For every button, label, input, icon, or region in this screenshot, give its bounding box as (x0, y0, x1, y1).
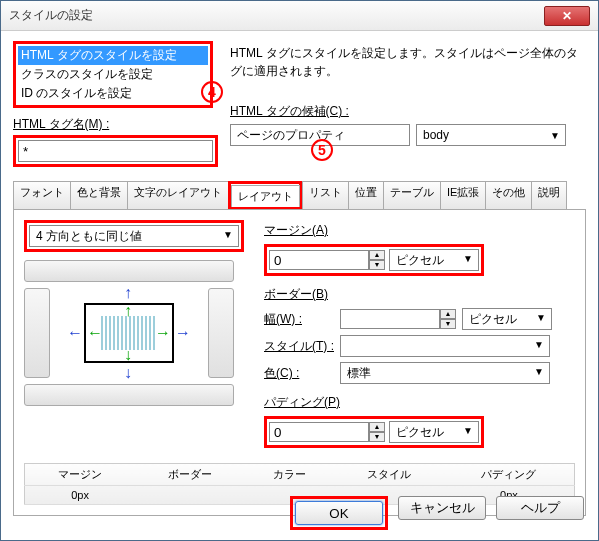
border-color-combo[interactable]: 標準 ▼ (340, 362, 550, 384)
th-padding: パディング (444, 464, 575, 486)
ok-button[interactable]: OK (295, 501, 383, 525)
dialog-window: スタイルの設定 ✕ HTML タグのスタイルを設定 クラスのスタイルを設定 ID… (0, 0, 599, 541)
padding-spin-down[interactable]: ▼ (369, 432, 385, 442)
direction-combo[interactable]: 4 方向ともに同じ値 ▼ (29, 225, 239, 247)
padding-value-input[interactable] (269, 422, 369, 442)
description-text: HTML タグにスタイルを設定します。スタイルはページ全体のタグに適用されます。 (230, 44, 586, 80)
side-button-right[interactable] (208, 288, 234, 378)
th-border: ボーダー (135, 464, 245, 486)
margin-unit: ピクセル (396, 252, 444, 269)
tab-bar: フォント 色と背景 文字のレイアウト レイアウト リスト 位置 テーブル IE拡… (13, 181, 586, 210)
cancel-button[interactable]: キャンセル (398, 496, 486, 520)
tab-desc[interactable]: 説明 (531, 181, 567, 209)
style-type-item-html[interactable]: HTML タグのスタイルを設定 (18, 46, 208, 65)
tab-position[interactable]: 位置 (348, 181, 384, 209)
chevron-down-icon: ▼ (221, 229, 235, 243)
side-button-bottom[interactable] (24, 384, 234, 406)
side-button-left[interactable] (24, 288, 50, 378)
border-color-value: 標準 (347, 365, 371, 382)
tab-font[interactable]: フォント (13, 181, 71, 209)
th-style: スタイル (334, 464, 444, 486)
side-button-top[interactable] (24, 260, 234, 282)
chevron-down-icon: ▼ (461, 253, 475, 267)
padding-spin-up[interactable]: ▲ (369, 422, 385, 432)
margin-spin-up[interactable]: ▲ (369, 250, 385, 260)
candidates-label: HTML タグの候補(C) : (230, 102, 586, 120)
padding-label: パディング(P) (264, 394, 575, 411)
style-type-item-class[interactable]: クラスのスタイルを設定 (18, 65, 208, 84)
close-button[interactable]: ✕ (544, 6, 590, 26)
border-width-unit: ピクセル (469, 311, 517, 328)
tab-color-bg[interactable]: 色と背景 (70, 181, 128, 209)
td-border (135, 486, 245, 505)
tab-layout[interactable]: レイアウト (231, 185, 300, 207)
tagname-input[interactable] (18, 140, 213, 162)
tab-table[interactable]: テーブル (383, 181, 441, 209)
td-margin: 0px (25, 486, 136, 505)
chevron-down-icon: ▼ (548, 128, 562, 142)
chevron-down-icon: ▼ (461, 425, 475, 439)
annotation-5: 5 (311, 139, 333, 161)
chevron-down-icon: ▼ (532, 339, 546, 353)
direction-value: 4 方向ともに同じ値 (36, 228, 142, 245)
style-type-list[interactable]: HTML タグのスタイルを設定 クラスのスタイルを設定 ID のスタイルを設定 (13, 41, 213, 108)
tab-other[interactable]: その他 (485, 181, 532, 209)
border-style-label: スタイル(T) : (264, 338, 334, 355)
th-margin: マージン (25, 464, 136, 486)
padding-unit: ピクセル (396, 424, 444, 441)
help-button[interactable]: ヘルプ (496, 496, 584, 520)
tab-list[interactable]: リスト (302, 181, 349, 209)
box-model-diagram: ↑ ↓ ← → ↑ ↓ ← → (69, 288, 189, 378)
margin-unit-combo[interactable]: ピクセル ▼ (389, 249, 479, 271)
padding-unit-combo[interactable]: ピクセル ▼ (389, 421, 479, 443)
tab-text-layout[interactable]: 文字のレイアウト (127, 181, 229, 209)
th-color: カラー (245, 464, 335, 486)
border-width-spin-up[interactable]: ▲ (440, 309, 456, 319)
border-color-label: 色(C) : (264, 365, 334, 382)
tagname-label: HTML タグ名(M) : (13, 116, 218, 133)
margin-value-input[interactable] (269, 250, 369, 270)
candidate-tag-combo[interactable]: body ▼ (416, 124, 566, 146)
layout-panel: 4 方向ともに同じ値 ▼ ↑ ↓ ← → (13, 210, 586, 516)
margin-label: マージン(A) (264, 222, 575, 239)
chevron-down-icon: ▼ (534, 312, 548, 326)
border-width-unit-combo[interactable]: ピクセル ▼ (462, 308, 552, 330)
style-type-item-id[interactable]: ID のスタイルを設定 (18, 84, 208, 103)
border-width-input[interactable] (340, 309, 440, 329)
chevron-down-icon: ▼ (532, 366, 546, 380)
candidate-tag: body (423, 126, 449, 144)
border-width-label: 幅(W) : (264, 311, 334, 328)
border-label: ボーダー(B) (264, 286, 575, 303)
annotation-4: 4 (201, 81, 223, 103)
titlebar: スタイルの設定 ✕ (1, 1, 598, 31)
window-title: スタイルの設定 (9, 7, 544, 24)
margin-spin-down[interactable]: ▼ (369, 260, 385, 270)
tab-ie[interactable]: IE拡張 (440, 181, 486, 209)
border-style-combo[interactable]: ▼ (340, 335, 550, 357)
border-width-spin-down[interactable]: ▼ (440, 319, 456, 329)
